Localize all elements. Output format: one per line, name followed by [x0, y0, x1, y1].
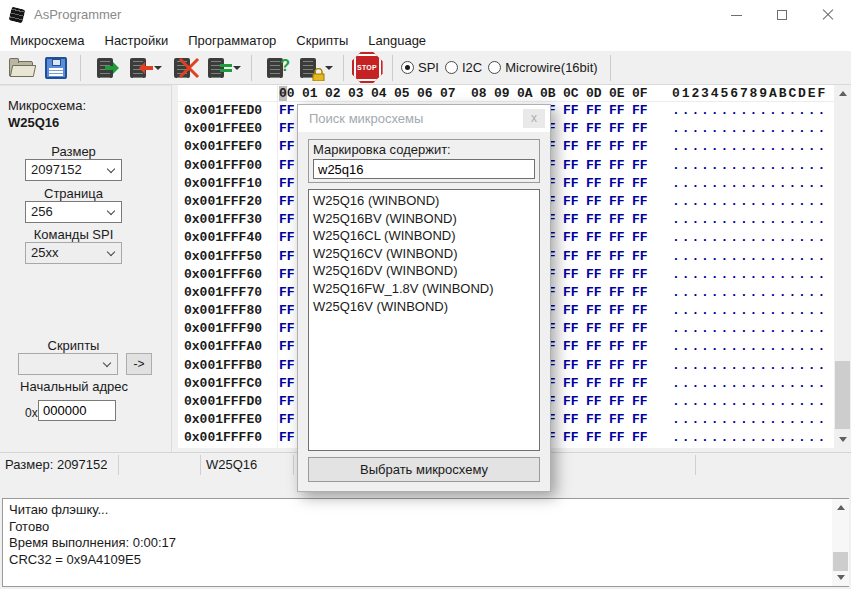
- hex-byte-cell[interactable]: FF: [562, 393, 585, 411]
- hex-byte-cell[interactable]: FF: [585, 211, 608, 229]
- hex-byte-cell[interactable]: FF: [631, 138, 654, 156]
- hex-ascii-cell[interactable]: ................: [672, 102, 827, 120]
- hex-byte-cell[interactable]: FF: [562, 211, 585, 229]
- select-chip-button[interactable]: Выбрать микросхему: [308, 457, 540, 482]
- stop-button[interactable]: STOP: [350, 53, 384, 83]
- scroll-down-button[interactable]: [832, 569, 849, 586]
- hex-byte-cell[interactable]: FF: [608, 411, 631, 429]
- verify-chip-button[interactable]: [200, 53, 230, 83]
- hex-byte-cell[interactable]: FF: [631, 102, 654, 120]
- log-scrollbar[interactable]: [832, 499, 849, 586]
- hex-byte-cell[interactable]: FF: [608, 211, 631, 229]
- maximize-button[interactable]: [759, 0, 805, 30]
- verify-options-caret[interactable]: [233, 66, 241, 70]
- hex-ascii-cell[interactable]: ................: [672, 284, 827, 302]
- hex-byte-cell[interactable]: FF: [608, 284, 631, 302]
- hex-byte-cell[interactable]: FF: [631, 302, 654, 320]
- hex-byte-cell[interactable]: FF: [631, 429, 654, 447]
- hex-byte-cell[interactable]: FF: [631, 193, 654, 211]
- hex-byte-cell[interactable]: FF: [562, 138, 585, 156]
- hex-ascii-cell[interactable]: ................: [672, 211, 827, 229]
- hex-byte-cell[interactable]: FF: [631, 338, 654, 356]
- hex-byte-cell[interactable]: FF: [585, 357, 608, 375]
- filter-input[interactable]: [313, 159, 535, 179]
- menu-item[interactable]: Программатор: [178, 30, 286, 51]
- hex-byte-cell[interactable]: FF: [585, 193, 608, 211]
- unlock-chip-button[interactable]: [292, 53, 322, 83]
- hex-byte-cell[interactable]: FF: [585, 284, 608, 302]
- hex-byte-cell[interactable]: FF: [562, 357, 585, 375]
- hex-byte-cell[interactable]: FF: [631, 157, 654, 175]
- hex-byte-cell[interactable]: FF: [608, 393, 631, 411]
- hex-byte-cell[interactable]: FF: [562, 193, 585, 211]
- hex-byte-cell[interactable]: FF: [608, 229, 631, 247]
- open-file-button[interactable]: [6, 53, 38, 83]
- hex-byte-cell[interactable]: FF: [608, 338, 631, 356]
- hex-byte-cell[interactable]: FF: [608, 120, 631, 138]
- hex-byte-cell[interactable]: FF: [562, 266, 585, 284]
- hex-byte-cell[interactable]: FF: [562, 102, 585, 120]
- hex-ascii-cell[interactable]: ................: [672, 357, 827, 375]
- save-file-button[interactable]: [40, 53, 72, 83]
- hex-ascii-cell[interactable]: ................: [672, 175, 827, 193]
- page-combobox[interactable]: 256: [25, 201, 122, 223]
- hex-byte-cell[interactable]: FF: [585, 411, 608, 429]
- hex-ascii-cell[interactable]: ................: [672, 338, 827, 356]
- hex-byte-cell[interactable]: FF: [631, 393, 654, 411]
- hex-byte-cell[interactable]: FF: [585, 157, 608, 175]
- close-button[interactable]: [805, 0, 851, 30]
- menu-item[interactable]: Language: [358, 30, 436, 51]
- size-combobox[interactable]: 2097152: [25, 159, 122, 181]
- scroll-up-button[interactable]: [832, 499, 849, 516]
- radio-option-microwire16bit[interactable]: Microwire(16bit): [488, 60, 597, 75]
- menu-item[interactable]: Микросхема: [0, 30, 95, 51]
- hex-ascii-cell[interactable]: ................: [672, 229, 827, 247]
- scrollbar-thumb[interactable]: [835, 361, 850, 429]
- hex-byte-cell[interactable]: FF: [608, 138, 631, 156]
- start-address-input[interactable]: [38, 400, 116, 421]
- hex-byte-cell[interactable]: FF: [585, 266, 608, 284]
- hex-byte-cell[interactable]: FF: [585, 120, 608, 138]
- hex-byte-cell[interactable]: FF: [608, 157, 631, 175]
- hex-ascii-cell[interactable]: ................: [672, 429, 827, 447]
- hex-byte-cell[interactable]: FF: [562, 120, 585, 138]
- write-chip-button[interactable]: [87, 53, 119, 83]
- hex-byte-cell[interactable]: FF: [608, 375, 631, 393]
- minimize-button[interactable]: [713, 0, 759, 30]
- hex-byte-cell[interactable]: FF: [608, 193, 631, 211]
- scroll-up-button[interactable]: [834, 85, 851, 102]
- hex-byte-cell[interactable]: FF: [585, 248, 608, 266]
- hex-byte-cell[interactable]: FF: [608, 175, 631, 193]
- hex-byte-cell[interactable]: FF: [562, 248, 585, 266]
- hex-byte-cell[interactable]: FF: [585, 175, 608, 193]
- hex-ascii-cell[interactable]: ................: [672, 120, 827, 138]
- hex-ascii-cell[interactable]: ................: [672, 393, 827, 411]
- chip-list-item[interactable]: W25Q16CL (WINBOND): [309, 227, 539, 245]
- hex-ascii-cell[interactable]: ................: [672, 320, 827, 338]
- chip-list[interactable]: W25Q16 (WINBOND)W25Q16BV (WINBOND)W25Q16…: [308, 189, 540, 451]
- hex-byte-cell[interactable]: FF: [562, 338, 585, 356]
- hex-byte-cell[interactable]: FF: [631, 320, 654, 338]
- hex-byte-cell[interactable]: FF: [608, 102, 631, 120]
- hex-byte-cell[interactable]: FF: [631, 175, 654, 193]
- hex-byte-cell[interactable]: FF: [631, 411, 654, 429]
- hex-byte-cell[interactable]: FF: [562, 411, 585, 429]
- hex-byte-cell[interactable]: FF: [562, 375, 585, 393]
- hex-byte-cell[interactable]: FF: [608, 266, 631, 284]
- chip-list-item[interactable]: W25Q16CV (WINBOND): [309, 245, 539, 263]
- hex-byte-cell[interactable]: FF: [608, 320, 631, 338]
- hex-byte-cell[interactable]: FF: [585, 393, 608, 411]
- read-options-caret[interactable]: [154, 66, 162, 70]
- chip-list-item[interactable]: W25Q16 (WINBOND): [309, 192, 539, 210]
- hex-byte-cell[interactable]: FF: [631, 248, 654, 266]
- hex-byte-cell[interactable]: FF: [631, 211, 654, 229]
- hex-byte-cell[interactable]: FF: [631, 120, 654, 138]
- hex-byte-cell[interactable]: FF: [562, 157, 585, 175]
- read-chip-button[interactable]: [121, 53, 151, 83]
- chip-list-item[interactable]: W25Q16FW_1.8V (WINBOND): [309, 280, 539, 298]
- hex-byte-cell[interactable]: FF: [585, 302, 608, 320]
- hex-scrollbar[interactable]: [834, 85, 851, 448]
- hex-byte-cell[interactable]: FF: [608, 429, 631, 447]
- hex-byte-cell[interactable]: FF: [608, 248, 631, 266]
- hex-ascii-cell[interactable]: ................: [672, 157, 827, 175]
